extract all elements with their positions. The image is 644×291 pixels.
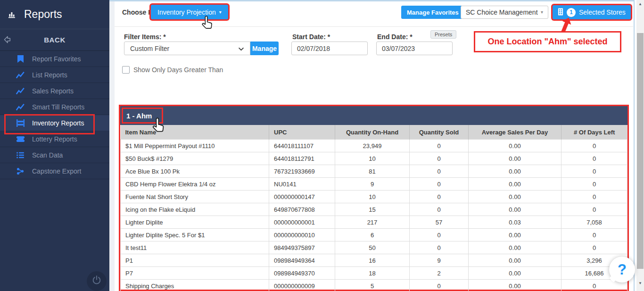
reports-app: Reports BACK Report FavoritesList Report…: [0, 0, 644, 291]
table-row: Lighter Diplite000000000001217570.037,05…: [121, 216, 627, 229]
annotation-text: One Location "Ahm" selected: [487, 37, 607, 47]
table-cell: 0: [410, 165, 469, 178]
table-cell: 9: [335, 178, 410, 191]
table-cell: 0: [561, 140, 627, 152]
manage-filter-button[interactable]: Manage: [250, 42, 279, 55]
table-cell: 10: [335, 191, 410, 203]
table-cell: 0: [561, 152, 627, 165]
column-header[interactable]: Quantity Sold: [410, 125, 469, 140]
table-cell: 0.00: [469, 178, 561, 191]
power-icon: [91, 275, 102, 287]
scroll-up-icon[interactable]: ▲: [636, 2, 644, 6]
presets-button[interactable]: Presets: [430, 30, 456, 39]
inventory-rack-icon: [16, 119, 25, 127]
building-icon: [558, 8, 563, 17]
sidebar-item-label: Inventory Reports: [32, 119, 84, 127]
header-divider: [115, 26, 633, 27]
column-header[interactable]: Item Name: [121, 125, 269, 140]
table-row: Lighter Diplite Spec. 5 For $10000000000…: [121, 229, 627, 241]
manage-favorites-label: Manage Favorites: [407, 9, 459, 16]
chevron-down-icon: [238, 45, 244, 52]
table-cell: 000000000001: [269, 216, 335, 229]
table-cell: P7: [121, 267, 269, 280]
sidebar-item-sales-reports[interactable]: Sales Reports: [0, 83, 109, 99]
start-date-label: Start Date: *: [292, 33, 330, 41]
table-cell: Lighter Diplite: [121, 216, 269, 229]
sidebar-item-scan-data[interactable]: Scan Data: [0, 147, 109, 163]
table-cell: 16: [335, 254, 410, 267]
column-header[interactable]: # Of Days Left: [561, 125, 627, 140]
table-body: $1 Mill Peppermint Payout #1110644018111…: [121, 140, 627, 291]
table-cell: 644018111107: [269, 140, 335, 152]
table-cell: It test11: [121, 241, 269, 254]
table-header-row: Item NameUPCQuantity On-HandQuantity Sol…: [121, 125, 627, 140]
sidebar-item-report-favorites[interactable]: Report Favorites: [0, 51, 109, 67]
table-cell: 15: [335, 203, 410, 216]
table-cell: 098984949370: [269, 267, 335, 280]
top-border-line: [109, 0, 635, 1]
table-cell: 0: [561, 241, 627, 254]
end-date-input[interactable]: 03/07/2023: [376, 42, 453, 55]
table-row: P10989849493641690.003,296: [121, 254, 627, 267]
end-date-value: 03/07/2023: [382, 45, 415, 52]
sidebar-back-button[interactable]: BACK: [0, 29, 109, 51]
report-type-label: Inventory Projection: [157, 8, 216, 16]
table-cell: 000000000009: [269, 280, 335, 291]
table-row: Fuente Nat Short Story0000000001471000.0…: [121, 191, 627, 203]
checkbox-label: Show Only Days Greater Than: [133, 66, 223, 74]
table-cell: Icing on the Flake eLiquid: [121, 203, 269, 216]
table-cell: 0.00: [469, 203, 561, 216]
table-cell: 0.00: [469, 152, 561, 165]
scrollbar-thumb[interactable]: [637, 33, 644, 269]
sidebar-item-smart-till-reports[interactable]: Smart Till Reports: [0, 99, 109, 115]
table-cell: 644018112791: [269, 152, 335, 165]
scroll-down-icon[interactable]: ▼: [636, 281, 644, 285]
filter-items-select[interactable]: Custom Filter: [124, 42, 250, 55]
table-cell: 0: [410, 280, 469, 291]
app-title: Reports: [24, 8, 62, 21]
sidebar-item-inventory-reports[interactable]: Inventory Reports: [0, 115, 109, 131]
report-type-dropdown[interactable]: Inventory Projection ▾: [151, 5, 228, 19]
start-date-value: 02/07/2018: [297, 45, 330, 52]
column-header[interactable]: Average Sales Per Day: [469, 125, 561, 140]
table-cell: 984949375897: [269, 241, 335, 254]
sidebar-item-label: Scan Data: [32, 151, 63, 159]
table-cell: 0: [561, 203, 627, 216]
filter-items-label: Filter Items: *: [124, 33, 166, 41]
table-cell: Fuente Nat Short Story: [121, 191, 269, 203]
sidebar-item-capstone-export[interactable]: Capstone Export: [0, 163, 109, 179]
store-count-badge: 1: [567, 8, 576, 17]
column-header[interactable]: UPC: [269, 125, 335, 140]
table-cell: 10: [335, 152, 410, 165]
help-button[interactable]: ?: [609, 257, 635, 283]
table-row: $1 Mill Peppermint Payout #1110644018111…: [121, 140, 627, 152]
table-row: CBD Hemp Flower Elektra 1/4 ozNU0141900.…: [121, 178, 627, 191]
start-date-input[interactable]: 02/07/2018: [291, 42, 368, 55]
company-dropdown-value: SC Choice Management: [466, 8, 538, 16]
sidebar-item-label: Capstone Export: [32, 167, 81, 175]
inventory-projection-table: Item NameUPCQuantity On-HandQuantity Sol…: [120, 125, 627, 291]
logout-power-button[interactable]: [87, 271, 107, 291]
table-cell: NU0141: [269, 178, 335, 191]
manage-favorites-button[interactable]: Manage Favorites: [401, 6, 464, 19]
table-cell: 6: [335, 229, 410, 241]
show-only-days-checkbox-row[interactable]: Show Only Days Greater Than: [122, 66, 223, 74]
table-cell: 098984949364: [269, 254, 335, 267]
table-cell: 57: [410, 216, 469, 229]
checkbox-unchecked-icon[interactable]: [122, 66, 130, 74]
store-group-header[interactable]: 1 - Ahm: [120, 106, 627, 125]
table-cell: 767321933669: [269, 165, 335, 178]
chart-line-icon: [16, 72, 25, 78]
table-cell: 000000000010: [269, 229, 335, 241]
table-cell: 0.00: [469, 229, 561, 241]
company-dropdown[interactable]: SC Choice Management ▾: [461, 6, 548, 19]
table-cell: P1: [121, 254, 269, 267]
vertical-scrollbar[interactable]: ▲ ▼: [636, 0, 644, 291]
table-row: Icing on the Flake eLiquid64987067780815…: [121, 203, 627, 216]
sidebar-item-lottery-reports[interactable]: Lottery Reports: [0, 131, 109, 147]
table-cell: 7,058: [561, 216, 627, 229]
bar-chart-logo-icon: [8, 9, 17, 20]
caret-down-icon: ▾: [541, 10, 543, 15]
sidebar-item-list-reports[interactable]: List Reports: [0, 67, 109, 83]
column-header[interactable]: Quantity On-Hand: [335, 125, 410, 140]
